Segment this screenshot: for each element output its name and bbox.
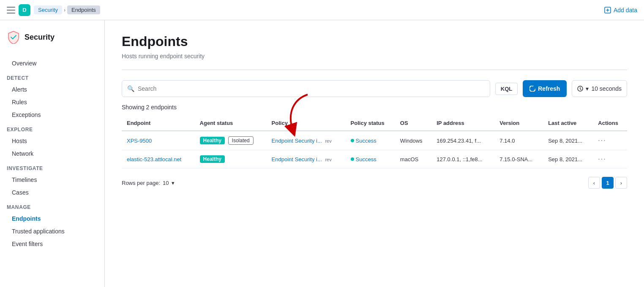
search-toolbar: 🔍 KQL Refresh ▾ 10 seconds [122,80,627,97]
policy-link[interactable]: Endpoint Security i... [272,138,322,144]
page-1-button[interactable]: 1 [602,177,614,189]
table-row: XPS-9500 Healthy Isolated Endpoint Secur… [122,131,627,150]
pagination: ‹ 1 › [588,177,627,189]
actions-cell[interactable]: ··· [593,131,627,150]
search-input-wrapper[interactable]: 🔍 [122,80,490,97]
endpoints-table: Endpoint Agent status Policy Policy stat… [122,116,627,168]
sidebar-header: Security [0,30,104,54]
sidebar-section-manage-label: Manage [7,204,98,210]
table-footer: Rows per page: 10 ▾ ‹ 1 › [122,177,627,189]
policy-link[interactable]: Endpoint Security i... [272,156,322,162]
agent-status-cell: Healthy [195,150,267,168]
breadcrumb-security[interactable]: Security [34,5,62,14]
sidebar-item-cases[interactable]: Cases [7,187,98,198]
page-subtitle: Hosts running endpoint security [122,53,627,60]
endpoint-name: XPS-9500 [122,131,195,150]
status-dot [351,139,354,142]
table-wrapper: Endpoint Agent status Policy Policy stat… [122,116,627,168]
rows-per-page-label: Rows per page: [122,180,160,186]
sidebar-title: Security [25,33,55,42]
status-dot [351,157,354,161]
time-chevron: ▾ [586,85,589,92]
policy-status-cell: Success [346,131,395,150]
policy-rev: rev [325,157,331,162]
sidebar-item-event-filters[interactable]: Event filters [7,238,98,250]
table-body: XPS-9500 Healthy Isolated Endpoint Secur… [122,131,627,168]
actions-icon[interactable]: ··· [598,137,606,144]
rows-per-page-chevron: ▾ [172,180,175,186]
actions-cell[interactable]: ··· [593,150,627,168]
layout: Security Overview Detect Alerts Rules Ex… [0,20,644,287]
security-logo [7,30,20,44]
sidebar-item-trusted-apps[interactable]: Trusted applications [7,225,98,237]
policy-rev: rev [325,138,331,144]
sidebar-section-investigate-label: Investigate [7,165,98,171]
prev-page-button[interactable]: ‹ [588,177,600,189]
isolated-badge: Isolated [228,136,254,145]
policy-status-success: Success [351,138,390,144]
page-title: Endpoints [122,34,627,49]
breadcrumb: Security › Endpoints [34,5,100,14]
sidebar-item-timelines[interactable]: Timelines [7,174,98,186]
main-content: Endpoints Hosts running endpoint securit… [105,20,644,287]
policy-status-cell: Success [346,150,395,168]
rows-per-page-value: 10 [163,180,169,186]
ip-cell: 169.254.23.41, f... [431,131,494,150]
policy-cell: Endpoint Security i... rev [267,131,346,150]
next-page-button[interactable]: › [615,177,627,189]
sidebar-section-overview: Overview [0,54,104,72]
sidebar-item-rules[interactable]: Rules [7,96,98,108]
showing-label: Showing 2 endpoints [122,104,627,111]
time-value: 10 seconds [591,85,622,92]
endpoint-link[interactable]: elastic-523.attlocal.net [127,156,181,162]
clock-icon [577,86,583,92]
sidebar-item-alerts[interactable]: Alerts [7,84,98,95]
app-icon: D [19,4,30,16]
sidebar-item-network[interactable]: Network [7,148,98,160]
agent-status-cell: Healthy Isolated [195,131,267,150]
col-os: OS [395,116,431,131]
ip-cell: 127.0.0.1, ::1,fe8... [431,150,494,168]
col-ip: IP address [431,116,494,131]
sidebar-section-investigate: Investigate Timelines Cases [0,162,104,201]
col-agent-status: Agent status [195,116,267,131]
sidebar-item-overview[interactable]: Overview [7,57,98,69]
version-cell: 7.14.0 [494,131,543,150]
sidebar-section-detect: Detect Alerts Rules Exceptions [0,72,104,123]
agent-status-healthy-badge: Healthy [200,137,225,144]
top-nav: D Security › Endpoints Add data [0,0,644,20]
search-input[interactable] [138,85,485,92]
col-endpoint: Endpoint [122,116,195,131]
sidebar-item-exceptions[interactable]: Exceptions [7,109,98,121]
agent-status-healthy-badge: Healthy [200,155,225,163]
table-header: Endpoint Agent status Policy Policy stat… [122,116,627,131]
os-cell: macOS [395,150,431,168]
col-policy: Policy [267,116,346,131]
divider [122,70,627,70]
col-actions: Actions [593,116,627,131]
sidebar: Security Overview Detect Alerts Rules Ex… [0,20,105,287]
sidebar-section-explore-label: Explore [7,127,98,133]
breadcrumb-separator: › [64,7,65,13]
sidebar-item-endpoints[interactable]: Endpoints [7,213,98,225]
breadcrumb-endpoints[interactable]: Endpoints [67,5,100,14]
rows-per-page-selector[interactable]: Rows per page: 10 ▾ [122,180,175,186]
refresh-button[interactable]: Refresh [523,80,567,97]
col-policy-status: Policy status [346,116,395,131]
kql-button[interactable]: KQL [495,83,518,95]
add-data-button[interactable]: Add data [604,7,637,14]
sidebar-section-detect-label: Detect [7,75,98,81]
col-last-active: Last active [543,116,593,131]
last-active-cell: Sep 8, 2021... [543,131,593,150]
actions-icon[interactable]: ··· [598,155,606,162]
time-picker[interactable]: ▾ 10 seconds [572,80,627,97]
endpoint-name: elastic-523.attlocal.net [122,150,195,168]
policy-cell: Endpoint Security i... rev [267,150,346,168]
hamburger-menu[interactable] [7,7,15,14]
endpoint-link[interactable]: XPS-9500 [127,138,152,144]
version-cell: 7.15.0-SNA... [494,150,543,168]
policy-status-success: Success [351,156,390,162]
table-row: elastic-523.attlocal.net Healthy Endpoin… [122,150,627,168]
sidebar-item-hosts[interactable]: Hosts [7,135,98,147]
refresh-icon [529,86,535,92]
